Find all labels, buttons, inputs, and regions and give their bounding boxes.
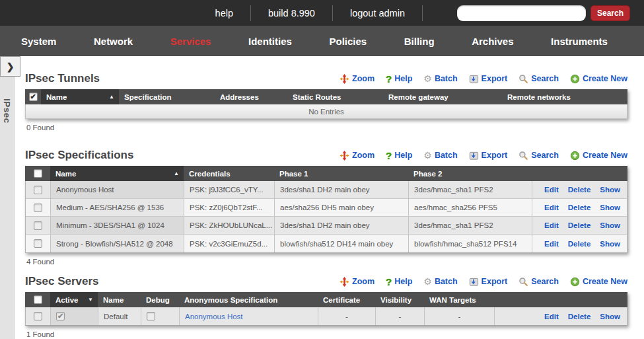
column-header-active[interactable]: Active ▼ [50,292,98,307]
search-button[interactable]: Search [519,151,559,161]
sidebar-expand-button[interactable]: ❯ [0,56,20,77]
column-header-name[interactable]: Name ▲ [41,89,119,104]
tunnels-found-count: 0 Found [26,124,627,132]
column-header-certificate[interactable]: Certificate [318,292,375,307]
nav-item-system[interactable]: System [21,36,56,47]
column-header-name[interactable]: Name ▲ [50,166,184,181]
edit-link[interactable]: Edit [544,221,559,229]
column-header-visibility[interactable]: Visibility [375,292,424,307]
servers-table: Active ▼ Name Debug Anonymous Specificat… [25,292,627,326]
nav-item-policies[interactable]: Policies [329,36,367,47]
column-header-credentials[interactable]: Credentials [184,166,274,181]
help-button[interactable]: ? Help [386,150,412,161]
column-header-debug[interactable]: Debug [141,292,179,307]
select-all-checkbox[interactable] [34,295,42,304]
anonymous-specification-link[interactable]: Anonymous Host [185,313,243,320]
logout-admin-link[interactable]: logout admin [350,8,405,19]
column-header-remote-gateway[interactable]: Remote gateway [383,89,502,104]
nav-item-archives[interactable]: Archives [472,36,513,47]
column-header-addresses[interactable]: Addresses [215,89,287,104]
nav-item-billing[interactable]: Billing [404,36,435,47]
create-new-button[interactable]: Create New [570,151,627,161]
show-link[interactable]: Show [600,313,620,320]
tunnels-table: Name ▲ Specification Addresses Static Ro… [25,89,627,119]
cell-phase2: blowfish/hmac_sha512 PFS14 [409,235,532,252]
row-checkbox[interactable] [34,221,42,230]
side-panel: ❯ IPsec [0,56,15,339]
column-header-wan-targets[interactable]: WAN Targets [424,292,494,307]
column-header-static-routes[interactable]: Static Routes [287,89,383,104]
search-button[interactable]: Search [519,74,559,84]
build-label[interactable]: build 8.990 [268,8,315,19]
show-link[interactable]: Show [600,186,620,194]
show-link[interactable]: Show [600,204,620,211]
batch-button[interactable]: ⚙ Batch [423,276,457,287]
search-button[interactable]: Search [519,277,559,287]
sort-ascending-icon: ▲ [174,170,179,176]
specifications-table: Name ▲ Credentials Phase 1 Phase 2 Anony… [25,166,627,253]
global-search-input[interactable] [457,5,586,21]
row-checkbox[interactable] [34,204,42,212]
delete-link[interactable]: Delete [568,186,591,194]
nav-item-network[interactable]: Network [94,36,133,47]
column-header-remote-networks[interactable]: Remote networks [502,89,627,104]
nav-item-instruments[interactable]: Instruments [551,36,608,47]
column-header-anonymous-specification[interactable]: Anonymous Specification [179,292,318,307]
zoom-arrows-icon [340,151,349,161]
topbar-divider [332,5,333,21]
cell-name: Strong - Blowfish/SHA512 @ 2048 [51,235,184,252]
edit-link[interactable]: Edit [544,186,559,194]
zoom-button[interactable]: Zoom [340,74,375,84]
specifications-section-header: IPsec Specifications Zoom ? Help ⚙ Batch [25,149,627,162]
delete-link[interactable]: Delete [568,313,591,320]
cell-name: Minimum - 3DES/SHA1 @ 1024 [51,217,184,234]
cell-phase2: 3des/hmac_sha1 PFS2 [409,181,532,198]
select-all-checkbox[interactable] [29,93,38,101]
column-header-name[interactable]: Name [98,292,141,307]
sort-descending-icon: ▼ [88,297,93,303]
row-checkbox[interactable] [34,186,42,194]
help-button[interactable]: ? Help [386,73,412,85]
edit-link[interactable]: Edit [544,313,559,320]
zoom-button[interactable]: Zoom [340,151,375,161]
column-header-phase1[interactable]: Phase 1 [274,166,408,181]
export-button[interactable]: Export [469,151,508,161]
delete-link[interactable]: Delete [568,221,591,229]
active-checkbox[interactable] [56,312,65,320]
zoom-arrows-icon [340,277,349,287]
table-row: Strong - Blowfish/SHA512 @ 2048 PSK: v2c… [26,235,627,252]
export-button[interactable]: Export [469,74,508,84]
column-header-specification[interactable]: Specification [119,89,215,104]
row-checkbox[interactable] [34,312,42,320]
row-checkbox[interactable] [34,239,42,248]
gear-icon: ⚙ [423,276,432,287]
magnifier-icon [519,277,528,287]
nav-item-services[interactable]: Services [170,36,211,47]
tunnels-title: IPsec Tunnels [25,72,100,85]
debug-checkbox[interactable] [147,312,155,320]
delete-link[interactable]: Delete [568,204,591,211]
zoom-button[interactable]: Zoom [340,277,375,287]
delete-link[interactable]: Delete [568,240,591,248]
column-header-phase2[interactable]: Phase 2 [408,166,532,181]
create-new-button[interactable]: Create New [570,277,627,287]
create-new-button[interactable]: Create New [570,74,627,84]
nav-item-identities[interactable]: Identities [248,36,292,47]
batch-button[interactable]: ⚙ Batch [423,73,457,84]
select-all-checkbox[interactable] [34,169,42,178]
batch-button[interactable]: ⚙ Batch [423,150,457,161]
help-link[interactable]: help [215,8,233,19]
specifications-title: IPsec Specifications [25,149,133,162]
tunnels-toolbar: Zoom ? Help ⚙ Batch Export [340,73,627,85]
show-link[interactable]: Show [600,240,620,248]
export-button[interactable]: Export [469,277,508,287]
cell-phase1: blowfish/sha512 DH14 main obey [275,235,409,252]
cell-visibility: - [376,307,425,325]
edit-link[interactable]: Edit [544,240,559,248]
global-search-button[interactable]: Search [590,5,630,21]
cell-credentials: PSK: v2c3GiEmuZ5d... [184,235,275,252]
help-button[interactable]: ? Help [386,276,412,287]
show-link[interactable]: Show [600,221,620,229]
plus-circle-icon [570,277,580,287]
edit-link[interactable]: Edit [544,204,559,211]
